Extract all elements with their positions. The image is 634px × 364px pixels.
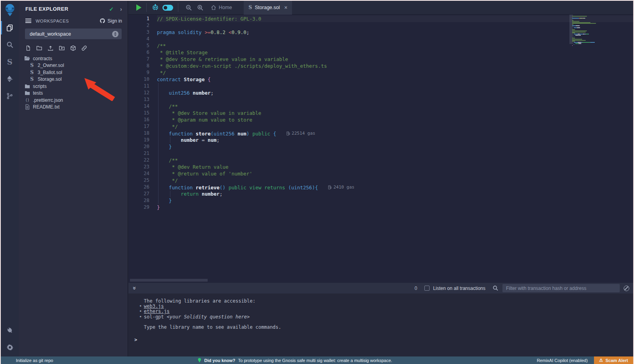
code-line[interactable]: } (157, 143, 633, 150)
code-line[interactable]: } (157, 197, 633, 204)
code-line[interactable]: return number; (157, 191, 633, 197)
file-tree-item[interactable]: contracts (19, 55, 128, 62)
code-line[interactable]: * @custom:dev-run-script ./scripts/deplo… (157, 63, 633, 69)
copilot-status: RemixAI Copilot (enabled) (537, 358, 588, 363)
home-tab-label: Home (219, 5, 232, 10)
code-line[interactable]: * @return value of 'number' (157, 170, 633, 177)
code-line[interactable]: function store(uint256 num) public {2251… (157, 130, 633, 137)
workspace-select[interactable]: default_workspace (25, 29, 122, 39)
ethereum-deploy-icon (6, 75, 13, 82)
terminal-search-icon[interactable] (493, 285, 498, 291)
code-line[interactable] (157, 150, 633, 157)
line-number: 22 (128, 157, 157, 164)
transaction-filter-input[interactable] (502, 284, 620, 292)
sidebar-item-solidity-compiler[interactable]: S (1, 56, 19, 68)
collapse-terminal-icon[interactable]: » (132, 286, 138, 290)
link-icon[interactable] (81, 45, 87, 51)
tab-home[interactable]: Home (211, 5, 232, 10)
file-tree-item[interactable]: S3_Ballot.sol (19, 69, 128, 76)
terminal-panel: » 0 Listen on all transactions The follo… (128, 283, 633, 357)
new-file-icon[interactable] (25, 45, 31, 51)
code-line[interactable]: number = num; (157, 137, 633, 143)
code-line[interactable] (157, 22, 633, 29)
code-line[interactable] (157, 96, 633, 103)
clear-console-icon[interactable] (624, 286, 629, 291)
upload-folder-icon[interactable] (59, 45, 65, 51)
code-line[interactable]: /** (157, 103, 633, 110)
line-number: 7 (128, 56, 157, 63)
sign-in-button[interactable]: Sign in (99, 18, 122, 24)
editor-minimap[interactable] (572, 16, 630, 46)
code-line[interactable]: function retrieve() public view returns … (157, 184, 633, 191)
line-number: 24 (128, 170, 157, 177)
line-number: 1 (128, 15, 157, 22)
editor-code[interactable]: // SPDX-License-Identifier: GPL-3.0pragm… (157, 15, 633, 283)
folder-icon (24, 91, 30, 95)
code-line[interactable]: * @dev Store & retrieve value in a varia… (157, 56, 633, 63)
transaction-count: 0 (414, 286, 417, 291)
upload-file-icon[interactable] (48, 45, 53, 51)
code-line[interactable]: */ (157, 69, 633, 76)
tab-storage-sol[interactable]: S Storage.sol × (244, 1, 292, 15)
code-line[interactable] (157, 36, 633, 42)
line-number: 11 (128, 83, 157, 90)
code-line[interactable]: uint256 number; (157, 90, 633, 96)
copilot-toggle[interactable] (162, 5, 173, 11)
library-link[interactable]: web3.js (144, 303, 164, 309)
run-script-button[interactable] (136, 4, 141, 11)
terminal-prompt[interactable]: > (134, 337, 633, 343)
close-tab-icon[interactable]: × (284, 4, 287, 11)
sidebar-item-settings[interactable] (1, 341, 19, 353)
sidebar-item-file-explorer[interactable] (1, 22, 19, 34)
code-line[interactable]: */ (157, 123, 633, 130)
line-number: 27 (128, 191, 157, 197)
zoom-in-icon[interactable] (197, 4, 204, 11)
tip-title: Did you know? (204, 358, 235, 363)
code-line[interactable]: */ (157, 177, 633, 184)
library-link[interactable]: ethers.js (144, 309, 170, 314)
code-line[interactable]: * @dev Return value (157, 164, 633, 170)
lightbulb-icon (198, 358, 202, 363)
file-tree-item[interactable]: S2_Owner.sol (19, 62, 128, 69)
new-folder-icon[interactable] (36, 45, 42, 51)
code-line[interactable]: } (157, 204, 633, 211)
code-line[interactable]: * @param num value to store (157, 116, 633, 123)
file-tree-item[interactable]: SStorage.sol (19, 76, 128, 83)
solidity-file-icon: S (29, 76, 35, 82)
code-line[interactable]: // SPDX-License-Identifier: GPL-3.0 (157, 15, 633, 22)
code-line[interactable]: * @dev Store value in variable (157, 110, 633, 116)
code-editor[interactable]: 1234567891011121314151617181920212223242… (128, 15, 633, 283)
home-icon (211, 5, 216, 10)
code-line[interactable] (157, 83, 633, 90)
line-number: 26 (128, 184, 157, 191)
code-line[interactable]: /** (157, 157, 633, 164)
sidebar-item-search[interactable] (1, 39, 19, 51)
chevron-right-icon[interactable]: › (120, 6, 122, 12)
line-number: 8 (128, 63, 157, 69)
ai-copilot-robot-icon[interactable] (151, 4, 159, 11)
scam-alert-button[interactable]: ⚠ Scam Alert (594, 356, 633, 364)
file-tree-item[interactable]: ().prettierrc.json (19, 97, 128, 104)
file-tree-label: 3_Ballot.sol (38, 70, 62, 75)
listen-all-checkbox[interactable] (424, 286, 430, 291)
code-line[interactable]: * @title Storage (157, 49, 633, 56)
folder-open-icon (24, 56, 30, 61)
sidebar-item-plugin-manager[interactable] (1, 324, 19, 336)
code-line[interactable]: /** (157, 42, 633, 49)
text-file-icon (24, 104, 30, 110)
git-init-button[interactable]: Initialize as git repo (1, 358, 53, 363)
remix-logo-icon[interactable] (4, 3, 16, 17)
file-tree-item[interactable]: README.txt (19, 104, 128, 111)
cube-icon[interactable] (70, 45, 76, 51)
editor-horizontal-scrollbar[interactable] (130, 279, 208, 282)
gas-estimate-badge: 2410 gas (328, 184, 354, 191)
code-line[interactable]: pragma solidity >=0.8.2 <0.9.0; (157, 29, 633, 36)
sidebar-item-git[interactable] (1, 90, 19, 102)
file-tree-item[interactable]: scripts (19, 83, 128, 90)
zoom-out-icon[interactable] (185, 4, 192, 11)
file-tree-item[interactable]: tests (19, 90, 128, 97)
hamburger-menu-icon[interactable] (25, 19, 31, 23)
sidebar-item-deploy-run[interactable] (1, 73, 19, 85)
workspace-sort-icon[interactable] (112, 31, 118, 37)
code-line[interactable]: contract Storage { (157, 76, 633, 83)
